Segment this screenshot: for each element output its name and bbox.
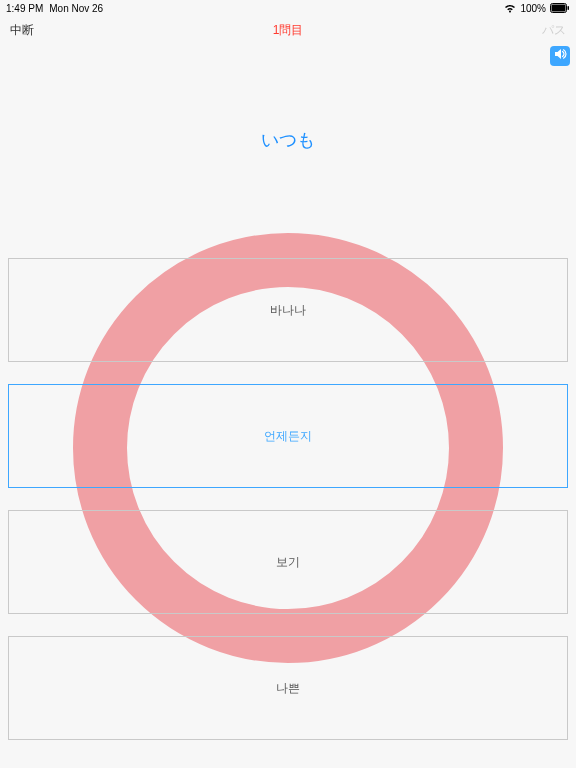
question-text: いつも bbox=[0, 128, 576, 152]
option-label: 나쁜 bbox=[276, 680, 300, 697]
status-right: 100% bbox=[504, 3, 570, 14]
status-time: 1:49 PM bbox=[6, 3, 43, 14]
wifi-icon bbox=[504, 4, 516, 13]
page-title: 1問目 bbox=[273, 22, 304, 39]
pass-button[interactable]: パス bbox=[542, 22, 566, 39]
options-list: 바나나 언제든지 보기 나쁜 bbox=[8, 258, 568, 740]
option-label: 보기 bbox=[276, 554, 300, 571]
speaker-button[interactable] bbox=[550, 46, 570, 66]
option-2[interactable]: 언제든지 bbox=[8, 384, 568, 488]
content-area: いつも 바나나 언제든지 보기 나쁜 bbox=[0, 66, 576, 768]
option-4[interactable]: 나쁜 bbox=[8, 636, 568, 740]
speaker-icon bbox=[553, 47, 567, 65]
option-3[interactable]: 보기 bbox=[8, 510, 568, 614]
speaker-row bbox=[0, 44, 576, 66]
battery-pct: 100% bbox=[520, 3, 546, 14]
status-left: 1:49 PM Mon Nov 26 bbox=[6, 3, 103, 14]
svg-rect-1 bbox=[552, 5, 566, 12]
nav-bar: 中断 1問目 パス bbox=[0, 16, 576, 44]
status-date: Mon Nov 26 bbox=[49, 3, 103, 14]
option-1[interactable]: 바나나 bbox=[8, 258, 568, 362]
abort-button[interactable]: 中断 bbox=[10, 22, 34, 39]
svg-rect-2 bbox=[568, 6, 570, 10]
battery-icon bbox=[550, 3, 570, 13]
option-label: 바나나 bbox=[270, 302, 306, 319]
status-bar: 1:49 PM Mon Nov 26 100% bbox=[0, 0, 576, 16]
option-label: 언제든지 bbox=[264, 428, 312, 445]
